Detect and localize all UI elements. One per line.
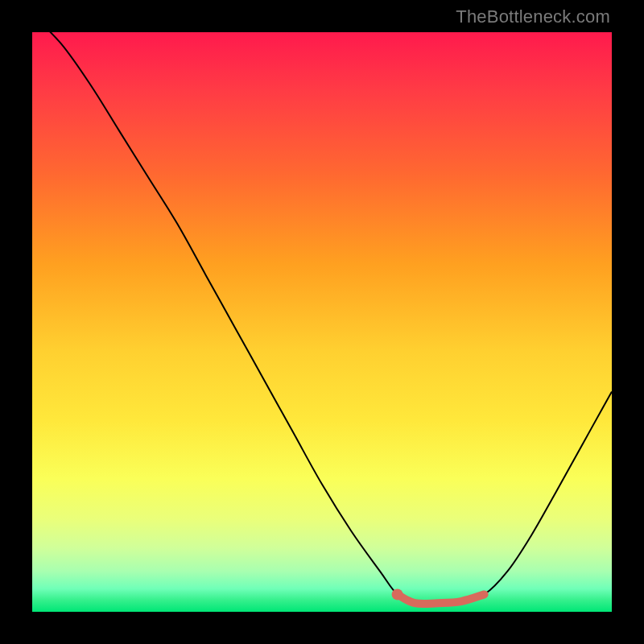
chart-frame: TheBottleneck.com [0, 0, 644, 644]
plot-area [32, 32, 612, 612]
chart-svg [32, 32, 612, 612]
watermark-text: TheBottleneck.com [456, 6, 610, 27]
bottleneck-curve-line [32, 32, 612, 604]
optimal-range-highlight [398, 594, 485, 604]
optimal-point-marker [392, 588, 403, 600]
